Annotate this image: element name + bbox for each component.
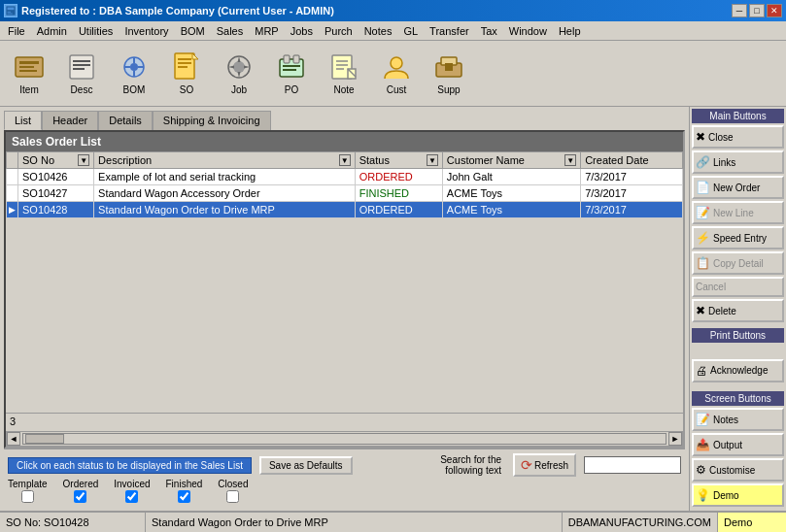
speed-entry-button[interactable]: ⚡ Speed Entry: [692, 226, 784, 249]
new-line-button[interactable]: 📝 New Line: [692, 201, 784, 224]
new-order-button[interactable]: 📄 New Order: [692, 176, 784, 199]
svg-point-24: [233, 61, 245, 73]
scroll-track[interactable]: [22, 433, 666, 445]
menu-mrp[interactable]: MRP: [249, 23, 284, 39]
scroll-right-btn[interactable]: ►: [668, 432, 682, 446]
row-indicator: ▶: [7, 202, 18, 218]
search-input[interactable]: [584, 456, 681, 474]
menu-window[interactable]: Window: [503, 23, 553, 39]
col-date[interactable]: Created Date: [581, 152, 683, 169]
output-icon: 📤: [696, 438, 710, 451]
bom-icon: [119, 51, 150, 83]
col-status[interactable]: Status ▼: [355, 152, 442, 169]
col-description[interactable]: Description ▼: [94, 152, 356, 169]
delete-button[interactable]: ✖ Delete: [692, 299, 784, 322]
col-customer[interactable]: Customer Name ▼: [442, 152, 580, 169]
table-row[interactable]: SO10427Standard Wagon Accessory OrderFIN…: [7, 185, 683, 202]
app-icon: [4, 4, 17, 17]
toolbar-cust-button[interactable]: Cust: [371, 45, 422, 103]
table-container[interactable]: SO No ▼ Description ▼: [6, 151, 683, 413]
menu-sales[interactable]: Sales: [211, 23, 250, 39]
menu-tax[interactable]: Tax: [475, 23, 503, 39]
toolbar-job-button[interactable]: Job: [214, 45, 264, 103]
note-icon: [328, 51, 359, 83]
menu-purch[interactable]: Purch: [319, 23, 359, 39]
toolbar-supp-label: Supp: [437, 84, 460, 95]
ordered-checkbox[interactable]: [74, 490, 86, 503]
checkbox-closed: Closed: [218, 479, 248, 503]
menu-bom[interactable]: BOM: [175, 23, 211, 39]
desc-filter-btn[interactable]: ▼: [339, 154, 351, 166]
toolbar-so-button[interactable]: SO: [161, 45, 212, 103]
customer-filter-btn[interactable]: ▼: [564, 154, 576, 166]
job-icon: [223, 51, 255, 83]
minimize-button[interactable]: ─: [732, 4, 747, 17]
svg-rect-10: [73, 64, 90, 66]
links-icon: 🔗: [696, 155, 710, 169]
copy-detail-icon: 📋: [696, 256, 710, 270]
col-so-no[interactable]: SO No ▼: [18, 152, 94, 169]
menu-gl[interactable]: GL: [397, 23, 424, 39]
toolbar-so-label: SO: [180, 84, 193, 95]
template-checkbox[interactable]: [21, 490, 34, 503]
menu-help[interactable]: Help: [553, 23, 587, 39]
tab-list[interactable]: List: [4, 111, 42, 130]
acknowledge-button[interactable]: 🖨 Acknowledge: [692, 359, 784, 382]
scroll-left-btn[interactable]: ◄: [7, 432, 20, 446]
table-row[interactable]: ▶SO10428Standard Wagon Order to Drive MR…: [7, 202, 683, 218]
speed-entry-icon: ⚡: [696, 231, 710, 245]
tab-header[interactable]: Header: [42, 111, 98, 130]
svg-rect-19: [178, 58, 191, 60]
so-filter-btn[interactable]: ▼: [78, 154, 89, 166]
horizontal-scrollbar[interactable]: ◄ ►: [6, 431, 683, 447]
menu-inventory[interactable]: Inventory: [119, 23, 174, 39]
menu-notes[interactable]: Notes: [359, 23, 398, 39]
notes-button[interactable]: 📝 Notes: [692, 408, 784, 431]
scroll-thumb[interactable]: [25, 434, 64, 444]
acknowledge-icon: 🖨: [696, 364, 707, 378]
row-count: 3: [10, 416, 16, 427]
status-display-button[interactable]: Click on each status to be displayed in …: [8, 457, 252, 474]
status-so-no: SO No: SO10428: [0, 513, 146, 532]
panel-title: Sales Order List: [6, 132, 683, 151]
svg-rect-2: [8, 12, 11, 13]
sales-order-table: SO No ▼ Description ▼: [6, 151, 683, 218]
cell-description: Standard Wagon Order to Drive MRP: [94, 202, 356, 218]
closed-checkbox[interactable]: [226, 490, 239, 503]
close-button[interactable]: ✖ Close: [692, 125, 784, 149]
close-button[interactable]: ✕: [767, 4, 782, 17]
svg-marker-22: [192, 53, 198, 59]
status-filter-btn[interactable]: ▼: [427, 154, 438, 166]
table-row[interactable]: SO10426Example of lot and serial trackin…: [7, 169, 683, 185]
maximize-button[interactable]: □: [749, 4, 765, 17]
toolbar-supp-button[interactable]: Supp: [424, 45, 474, 103]
toolbar-po-label: PO: [285, 84, 298, 95]
menu-jobs[interactable]: Jobs: [285, 23, 319, 39]
cancel-button[interactable]: Cancel: [692, 277, 784, 297]
save-defaults-button[interactable]: Save as Defaults: [259, 456, 353, 475]
menu-utilities[interactable]: Utilities: [73, 23, 119, 39]
menu-file[interactable]: File: [2, 23, 31, 39]
invoiced-checkbox[interactable]: [125, 490, 138, 503]
copy-detail-button[interactable]: 📋 Copy Detail: [692, 251, 784, 275]
menu-transfer[interactable]: Transfer: [424, 23, 475, 39]
demo-button[interactable]: 💡 Demo: [692, 483, 784, 507]
tab-shipping[interactable]: Shipping & Invoicing: [153, 111, 271, 130]
svg-rect-9: [73, 60, 90, 62]
customise-icon: ⚙: [696, 463, 706, 477]
links-button[interactable]: 🔗 Links: [692, 150, 784, 174]
toolbar-item-button[interactable]: Item: [4, 45, 54, 103]
output-button[interactable]: 📤 Output: [692, 433, 784, 456]
toolbar-po-button[interactable]: PO: [266, 45, 317, 103]
tab-details[interactable]: Details: [98, 111, 153, 130]
customise-button[interactable]: ⚙ Customise: [692, 458, 784, 482]
right-sidebar: Main Buttons ✖ Close 🔗 Links 📄 New Order…: [689, 107, 786, 511]
cell-customer-name: ACME Toys: [442, 185, 580, 202]
refresh-button[interactable]: ⟳ Refresh: [513, 453, 576, 477]
finished-checkbox[interactable]: [178, 490, 190, 503]
toolbar-bom-button[interactable]: BOM: [109, 45, 159, 103]
toolbar-desc-button[interactable]: Desc: [56, 45, 107, 103]
toolbar-note-button[interactable]: Note: [319, 45, 369, 103]
svg-rect-1: [8, 8, 15, 11]
menu-admin[interactable]: Admin: [31, 23, 73, 39]
